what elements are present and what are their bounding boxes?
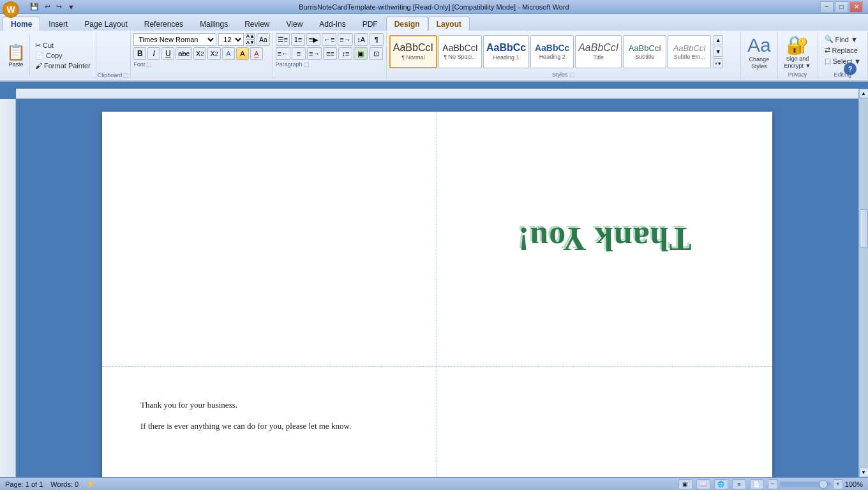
underline-button[interactable]: U: [161, 47, 174, 60]
format-painter-button[interactable]: 🖌 Format Painter: [33, 61, 93, 70]
cut-icon: ✂: [35, 41, 41, 50]
styles-group: AaBbCcI ¶ Normal AaBbCcI ¶ No Spaci... A…: [387, 32, 741, 79]
font-size-select[interactable]: 12: [218, 33, 244, 46]
line-spacing-button[interactable]: ↕≡: [338, 47, 352, 60]
styles-more[interactable]: ≡▼: [714, 58, 722, 68]
align-center-button[interactable]: ≡: [292, 47, 306, 60]
show-hide-button[interactable]: ¶: [370, 33, 384, 46]
shading-button[interactable]: ▣: [354, 47, 368, 60]
change-styles-spacer: [758, 71, 760, 78]
format-painter-icon: 🖌: [35, 62, 42, 70]
select-button[interactable]: ⬚ Select ▼: [822, 56, 864, 66]
font-color-button[interactable]: A: [250, 47, 263, 60]
redo-button[interactable]: ↪: [54, 2, 64, 11]
tab-insert[interactable]: Insert: [40, 17, 76, 31]
style-subtle-em-button[interactable]: AaBbCcI Subtle Em...: [668, 35, 711, 68]
tab-layout[interactable]: Layout: [428, 17, 470, 31]
para-expand-icon[interactable]: ⬚: [304, 61, 310, 68]
increase-indent-button[interactable]: ≡→: [338, 33, 352, 46]
select-icon: ⬚: [825, 57, 831, 65]
style-subtleem-label: Subtle Em...: [674, 54, 705, 60]
replace-button[interactable]: ⇄ Replace: [822, 45, 864, 55]
tab-references[interactable]: References: [136, 17, 191, 31]
find-button[interactable]: 🔍 Find ▼: [822, 34, 864, 44]
sign-encrypt-label: Sign and Encrypt ▼: [784, 56, 811, 70]
clipboard-expand-icon[interactable]: ⬚: [123, 72, 129, 78]
undo-button[interactable]: ↩: [43, 2, 52, 11]
align-right-button[interactable]: ≡→: [307, 47, 322, 60]
highlight-button[interactable]: A: [236, 47, 249, 60]
decrease-indent-button[interactable]: ←≡: [322, 33, 336, 46]
styles-group-label: Styles ⬚: [389, 71, 738, 78]
office-button[interactable]: W: [3, 1, 19, 18]
cut-label: Cut: [43, 41, 54, 49]
font-group: Times New Roman 12 A▲ A▼ Aa B I U abc X2…: [131, 32, 273, 79]
styles-label-text: Styles: [552, 71, 568, 78]
para-row1: ☰≡ 1≡ ≡▶ ←≡ ≡→ ↕A ¶: [276, 33, 384, 46]
tab-pdf[interactable]: PDF: [354, 17, 386, 31]
restore-button[interactable]: □: [835, 1, 848, 13]
tab-add-ins[interactable]: Add-Ins: [311, 17, 354, 31]
copy-button[interactable]: 📄 Copy: [33, 51, 93, 61]
increase-font-size-button[interactable]: A▲: [246, 33, 255, 40]
style-normal-preview: AaBbCcI: [393, 43, 433, 53]
tab-mailings[interactable]: Mailings: [191, 17, 236, 31]
style-normal-button[interactable]: AaBbCcI ¶ Normal: [389, 35, 437, 68]
style-no-spacing-button[interactable]: AaBbCcI ¶ No Spaci...: [438, 35, 482, 68]
sort-button[interactable]: ↕A: [354, 33, 368, 46]
close-button[interactable]: ✕: [849, 1, 863, 13]
superscript-button[interactable]: X2: [207, 47, 220, 60]
style-heading2-button[interactable]: AaBbCc Heading 2: [530, 35, 574, 68]
clear-formatting-button[interactable]: Aa: [257, 33, 269, 46]
font-size-buttons: A▲ A▼: [246, 33, 255, 46]
font-group-label: Font ⬚: [133, 61, 269, 68]
minimize-button[interactable]: −: [820, 1, 834, 13]
save-button[interactable]: 💾: [28, 2, 41, 11]
paste-button[interactable]: 📋 Paste: [3, 33, 30, 78]
style-nospacing-preview: AaBbCcI: [442, 43, 477, 52]
align-left-button[interactable]: ≡←: [276, 47, 290, 60]
format-painter-label: Format Painter: [44, 62, 91, 70]
font-expand-icon[interactable]: ⬚: [146, 61, 152, 68]
tab-home[interactable]: Home: [3, 17, 40, 31]
tab-page-layout[interactable]: Page Layout: [76, 17, 135, 31]
style-title-button[interactable]: AaBbCcI Title: [575, 35, 622, 68]
bold-button[interactable]: B: [133, 47, 146, 60]
justify-button[interactable]: ≡≡: [323, 47, 337, 60]
tab-review[interactable]: Review: [236, 17, 278, 31]
styles-scroll-up[interactable]: ▲: [714, 35, 722, 45]
clipboard-group-label: Clipboard ⬚: [98, 72, 130, 79]
customize-qa-button[interactable]: ▼: [66, 3, 77, 11]
numbering-button[interactable]: 1≡: [291, 33, 305, 46]
paragraph-group-label: Paragraph ⬚: [276, 61, 384, 68]
replace-icon: ⇄: [825, 46, 830, 54]
style-title-label: Title: [593, 54, 604, 61]
borders-button[interactable]: ⊡: [369, 47, 383, 60]
strikethrough-button[interactable]: abc: [176, 47, 192, 60]
help-button[interactable]: ?: [844, 63, 857, 75]
sign-encrypt-icon: 🔐: [786, 34, 809, 56]
sign-encrypt-button[interactable]: 🔐 Sign and Encrypt ▼: [782, 33, 814, 71]
subscript-button[interactable]: X2: [193, 47, 206, 60]
style-heading1-label: Heading 1: [493, 54, 520, 61]
decrease-font-size-button[interactable]: A▼: [246, 40, 255, 46]
style-heading2-label: Heading 2: [539, 54, 565, 60]
bullets-button[interactable]: ☰≡: [276, 33, 290, 46]
font-name-select[interactable]: Times New Roman: [133, 33, 216, 46]
style-heading1-button[interactable]: AaBbCc Heading 1: [483, 35, 529, 68]
tab-view[interactable]: View: [278, 17, 311, 31]
cut-button[interactable]: ✂ Cut: [33, 41, 93, 50]
italic-button[interactable]: I: [147, 47, 160, 60]
text-effects-button[interactable]: A: [222, 47, 235, 60]
multilevel-button[interactable]: ≡▶: [306, 33, 320, 46]
style-subtitle-button[interactable]: AaBbCcI Subtitle: [623, 35, 666, 68]
sign-encrypt-group: 🔐 Sign and Encrypt ▼ Privacy: [778, 32, 818, 79]
tab-design[interactable]: Design: [386, 17, 428, 31]
styles-expand-icon[interactable]: ⬚: [569, 71, 575, 78]
style-subtleem-preview: AaBbCcI: [673, 44, 706, 52]
style-subtitle-preview: AaBbCcI: [629, 44, 661, 52]
style-title-preview: AaBbCcI: [578, 43, 618, 53]
styles-scroll-down[interactable]: ▼: [714, 47, 722, 57]
find-icon: 🔍: [825, 35, 834, 43]
change-styles-button[interactable]: Aa Change Styles: [745, 33, 774, 71]
